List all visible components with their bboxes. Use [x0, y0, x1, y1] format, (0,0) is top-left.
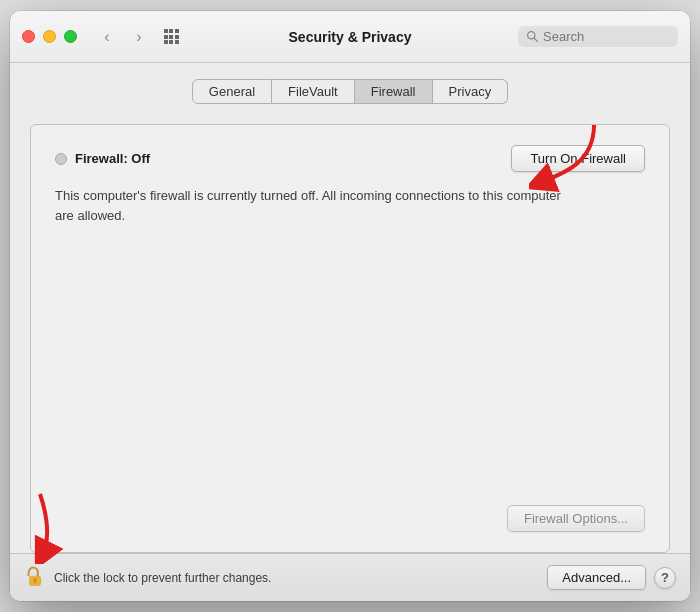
firewall-options-button[interactable]: Firewall Options...	[507, 505, 645, 532]
minimize-button[interactable]	[43, 30, 56, 43]
firewall-panel: Firewall: Off Turn On Firewall This comp…	[30, 124, 670, 553]
svg-rect-6	[34, 580, 36, 583]
search-input[interactable]	[543, 29, 670, 44]
close-button[interactable]	[22, 30, 35, 43]
advanced-button[interactable]: Advanced...	[547, 565, 646, 590]
tab-general[interactable]: General	[192, 79, 272, 104]
lock-button[interactable]: Click the lock to prevent further change…	[24, 565, 271, 591]
firewall-status-row: Firewall: Off Turn On Firewall	[55, 145, 645, 172]
grid-icon	[164, 29, 179, 44]
firewall-status-label: Firewall: Off	[75, 151, 150, 166]
window-title: Security & Privacy	[289, 29, 412, 45]
tab-privacy[interactable]: Privacy	[433, 79, 509, 104]
bottom-right-buttons: Advanced... ?	[547, 565, 676, 590]
app-grid-button[interactable]	[157, 27, 185, 47]
nav-buttons: ‹ ›	[93, 27, 153, 47]
status-indicator	[55, 153, 67, 165]
tab-bar: General FileVault Firewall Privacy	[30, 79, 670, 104]
search-box[interactable]	[518, 26, 678, 47]
bottombar: Click the lock to prevent further change…	[10, 553, 690, 601]
svg-point-0	[528, 32, 535, 39]
main-window: ‹ › Security & Privacy General FileVault…	[10, 11, 690, 601]
back-button[interactable]: ‹	[93, 27, 121, 47]
lock-icon	[24, 565, 46, 591]
help-button[interactable]: ?	[654, 567, 676, 589]
forward-button[interactable]: ›	[125, 27, 153, 47]
tab-filevault[interactable]: FileVault	[272, 79, 355, 104]
turn-on-firewall-button[interactable]: Turn On Firewall	[511, 145, 645, 172]
content-area: General FileVault Firewall Privacy Firew…	[10, 63, 690, 553]
svg-line-1	[535, 39, 538, 42]
maximize-button[interactable]	[64, 30, 77, 43]
search-icon	[526, 30, 539, 43]
traffic-lights	[22, 30, 77, 43]
tab-firewall[interactable]: Firewall	[355, 79, 433, 104]
status-left: Firewall: Off	[55, 151, 150, 166]
firewall-description: This computer's firewall is currently tu…	[55, 186, 575, 225]
lock-label: Click the lock to prevent further change…	[54, 571, 271, 585]
titlebar: ‹ › Security & Privacy	[10, 11, 690, 63]
